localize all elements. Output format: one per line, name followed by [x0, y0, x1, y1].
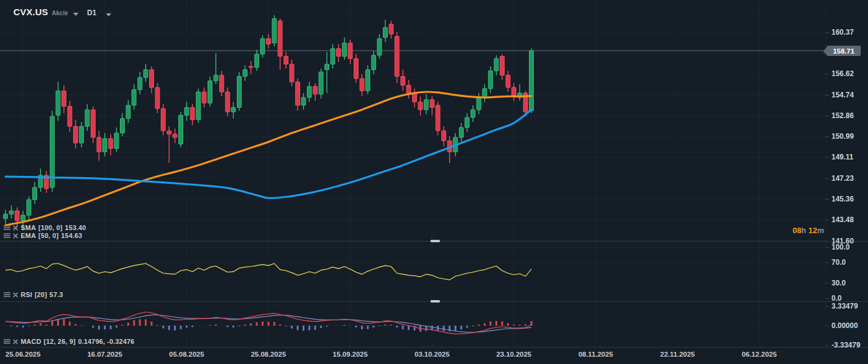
indicator-name: EMA	[21, 232, 36, 239]
axis-tick	[825, 326, 829, 326]
price-axis-separator	[825, 0, 826, 364]
indicator-settings-icon[interactable]	[4, 225, 10, 231]
rsi-axis-label: 0.0	[831, 294, 842, 303]
macd-axis-label: 0.00000	[831, 321, 858, 330]
rsi-axis-label: 100.0	[831, 243, 850, 251]
rsi-legend: RSI[20]57.3	[4, 291, 63, 298]
axis-tick	[825, 306, 829, 307]
price-axis-label: 150.99	[831, 132, 854, 141]
date-axis-label: 16.07.2025	[87, 351, 122, 358]
indicator-name: SMA	[21, 224, 36, 231]
current-price-tag: 158.71	[827, 46, 861, 56]
axis-tick	[825, 283, 829, 284]
axis-tick	[825, 262, 829, 263]
date-axis-label: 05.08.2025	[169, 351, 205, 358]
timeframe-label: D1	[87, 9, 96, 17]
symbol-selector[interactable]: CVX.US Akcie	[13, 5, 79, 18]
axis-tick	[825, 220, 829, 220]
timeframe-selector[interactable]: D1	[87, 6, 111, 19]
axis-tick	[825, 298, 829, 299]
divider-grip-icon[interactable]	[430, 300, 440, 303]
date-axis-label: 06.12.2025	[742, 351, 777, 358]
remove-indicator-icon[interactable]	[13, 339, 18, 345]
indicator-value: 154.63	[61, 232, 82, 239]
indicator-value: 57.3	[49, 291, 63, 298]
indicator-params: [100, 0]	[38, 224, 63, 231]
market-type-label: Akcie	[52, 10, 68, 16]
ema-legend: EMA[50, 0]154.63	[4, 232, 82, 239]
axis-tick	[825, 241, 829, 242]
chevron-down-icon	[106, 8, 111, 19]
date-axis-label: 22.11.2025	[660, 351, 695, 358]
indicator-value: 153.40	[65, 224, 86, 231]
remove-indicator-icon[interactable]	[13, 292, 18, 298]
indicator-value: 0.14796, -0.32476	[78, 338, 135, 345]
chart-root: CVX.US Akcie D1 SMA[100, 0]153.40 EMA[50…	[0, 0, 868, 364]
indicator-settings-icon[interactable]	[4, 292, 10, 298]
macd-legend: MACD[12, 26, 9]0.14796, -0.32476	[4, 338, 135, 345]
candle-countdown: 08h 12m	[793, 226, 824, 235]
indicator-params: [12, 26, 9]	[44, 338, 75, 345]
pane-divider[interactable]	[0, 301, 868, 302]
remove-indicator-icon[interactable]	[13, 233, 18, 239]
price-axis-label: 145.36	[831, 195, 854, 203]
axis-tick	[825, 116, 829, 116]
axis-tick	[825, 136, 829, 137]
price-axis-label: 160.37	[831, 28, 854, 37]
indicator-settings-icon[interactable]	[4, 338, 10, 345]
date-axis-label: 25.06.2025	[5, 351, 41, 358]
axis-tick	[825, 32, 829, 33]
price-axis-label: 152.86	[831, 111, 854, 120]
indicator-name: MACD	[21, 338, 41, 345]
axis-tick	[825, 178, 829, 179]
macd-axis-label: -3.33479	[831, 341, 860, 349]
axis-tick	[825, 95, 829, 96]
indicator-params: [20]	[35, 291, 47, 298]
axis-tick	[825, 199, 829, 200]
price-axis-label: 156.62	[831, 69, 854, 78]
price-axis-label: 143.48	[831, 215, 854, 224]
chevron-down-icon	[73, 7, 79, 18]
divider-grip-icon[interactable]	[430, 240, 440, 242]
price-axis-label: 149.11	[831, 153, 853, 161]
indicator-params: [50, 0]	[38, 232, 58, 239]
price-axis-label: 147.23	[831, 174, 854, 183]
chart-canvas[interactable]	[0, 0, 868, 364]
date-axis-label: 23.10.2025	[496, 351, 531, 358]
date-axis-label: 08.11.2025	[578, 351, 613, 358]
price-axis-label: 154.74	[831, 91, 854, 99]
sma-legend: SMA[100, 0]153.40	[4, 224, 86, 231]
symbol-name: CVX.US	[13, 7, 48, 17]
indicator-name: RSI	[21, 291, 32, 298]
macd-axis-label: 3.33479	[831, 302, 858, 310]
rsi-axis-label: 70.0	[831, 258, 845, 267]
indicator-settings-icon[interactable]	[4, 233, 10, 239]
rsi-axis-label: 30.0	[831, 279, 845, 287]
date-axis-label: 15.09.2025	[333, 351, 368, 358]
axis-tick	[825, 345, 829, 346]
remove-indicator-icon[interactable]	[13, 225, 18, 231]
axis-tick	[825, 74, 829, 74]
pane-divider[interactable]	[0, 241, 868, 242]
axis-tick	[825, 247, 829, 248]
date-axis-label: 25.08.2025	[251, 351, 286, 358]
axis-tick	[825, 157, 829, 158]
date-axis-divider	[0, 347, 868, 348]
date-axis-label: 03.10.2025	[415, 351, 450, 358]
